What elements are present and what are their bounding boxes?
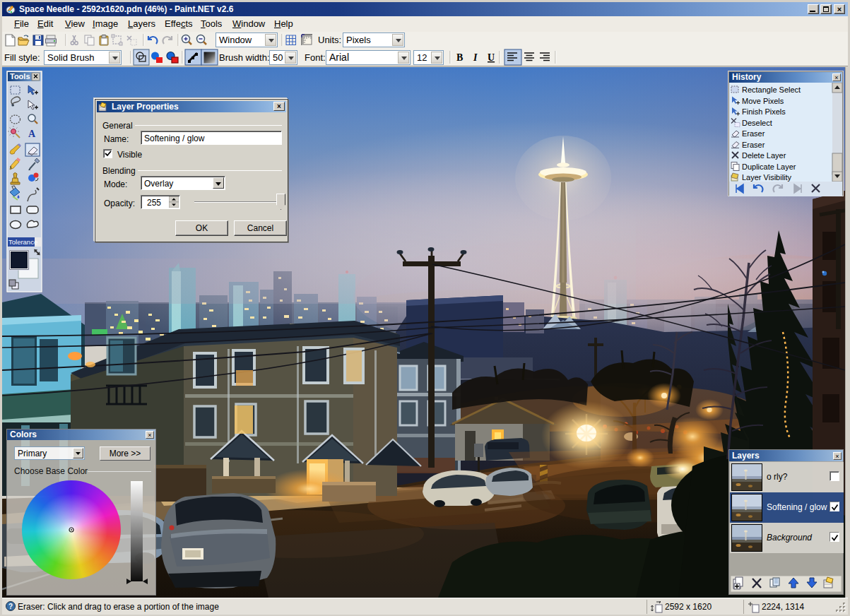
svg-text:Finish Pixels: Finish Pixels: [742, 107, 786, 116]
svg-text:Move Pixels: Move Pixels: [742, 97, 784, 105]
svg-text:Layer Visibility: Layer Visibility: [742, 173, 792, 182]
svg-text:B: B: [456, 52, 463, 63]
svg-text:Rectangle Select: Rectangle Select: [742, 85, 801, 94]
svg-text:U: U: [488, 52, 495, 63]
svg-text:Delete Layer: Delete Layer: [742, 151, 786, 160]
svg-text:?: ?: [8, 603, 13, 610]
svg-text:Duplicate Layer: Duplicate Layer: [742, 162, 796, 171]
svg-text:I: I: [473, 52, 478, 63]
svg-text:Tolerance: Tolerance: [8, 238, 37, 246]
svg-text:Deselect: Deselect: [742, 119, 772, 127]
svg-text:A: A: [28, 129, 36, 139]
svg-text:Tools: Tools: [10, 72, 30, 81]
svg-text:Eraser: Eraser: [742, 141, 765, 149]
svg-text:Eraser: Eraser: [742, 129, 765, 138]
